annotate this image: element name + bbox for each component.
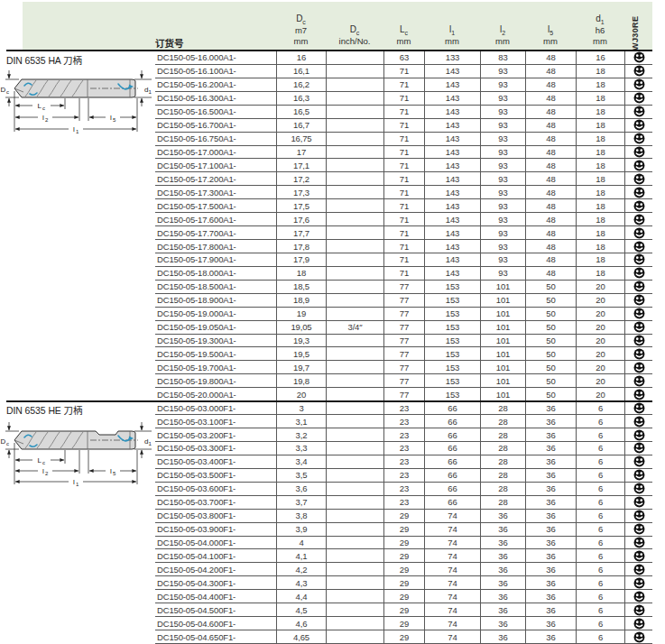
value-cell: 36 (480, 549, 525, 562)
value-cell: 23 (383, 483, 424, 495)
table-row: DC150-05-03.000F1-3236628366 (155, 401, 652, 415)
value-cell: 36 (525, 603, 576, 616)
value-cell: 48 (525, 172, 576, 185)
table-row: DC150-05-04.400F1-4,4297436366 (155, 590, 652, 603)
value-cell (326, 630, 383, 643)
dim-label-dc: D (1, 437, 6, 446)
value-cell: 83 (480, 51, 525, 64)
value-cell (326, 388, 383, 400)
value-cell: 3,2 (276, 428, 326, 441)
value-cell (326, 442, 383, 455)
dim-label-l2: l (42, 467, 44, 475)
value-cell: 4,5 (276, 603, 326, 616)
value-cell: 50 (525, 388, 576, 400)
value-cell: 36 (525, 523, 576, 536)
grade-icon-cell (624, 401, 652, 414)
value-cell: 3,5 (276, 469, 326, 482)
value-cell (326, 415, 383, 428)
value-cell (326, 603, 383, 616)
svg-text:2: 2 (45, 471, 49, 476)
value-cell: 36 (480, 510, 525, 522)
table-row: DC150-05-16.300A1-16,371143934818 (155, 92, 652, 106)
value-cell: 6 (576, 523, 624, 536)
value-cell: 74 (424, 510, 480, 522)
value-cell: 28 (480, 469, 525, 482)
value-cell: 6 (576, 563, 624, 575)
coolant-drill-cross-section-icon (633, 618, 645, 630)
svg-text:5: 5 (113, 471, 116, 476)
value-cell: 29 (383, 603, 424, 616)
value-cell: 74 (424, 563, 480, 575)
value-cell: 28 (480, 401, 525, 414)
value-cell: 48 (525, 51, 576, 64)
table-row: DC150-05-17.000A1-1771143934818 (155, 146, 652, 160)
value-cell (326, 549, 383, 562)
value-cell: 16 (276, 51, 326, 64)
value-cell: 143 (424, 119, 480, 132)
coolant-drill-cross-section-icon (633, 604, 645, 616)
value-cell: 3,3 (276, 442, 326, 455)
coolant-drill-cross-section-icon (633, 214, 645, 225)
value-cell: 6 (576, 442, 624, 455)
order-number-cell: DC150-05-17.600A1- (155, 213, 276, 225)
value-cell: 71 (383, 213, 424, 225)
table-row: DC150-05-20.000A1-20771531015020 (155, 388, 652, 401)
order-number-cell: DC150-05-03.000F1- (155, 401, 276, 414)
value-cell: 17,3 (276, 186, 326, 198)
value-cell: 18 (576, 159, 624, 171)
value-cell: 36 (525, 428, 576, 441)
value-cell: 153 (424, 308, 480, 320)
value-cell: 48 (525, 186, 576, 198)
table-row: DC150-05-16.750A1-16,7571143934818 (155, 133, 652, 146)
order-number-cell: DC150-05-04.600F1- (155, 617, 276, 630)
dim-label-l5: l (110, 467, 112, 475)
column-header-lc: Lc mm (383, 2, 424, 51)
value-cell: 50 (525, 335, 576, 347)
order-number-cell: DC150-05-16.700A1- (155, 119, 276, 132)
grade-icon-cell (624, 253, 652, 266)
value-cell: 3,1 (276, 415, 326, 428)
value-cell: 6 (576, 428, 624, 441)
value-cell: 101 (480, 388, 525, 400)
order-number-cell: DC150-05-17.700A1- (155, 226, 276, 239)
coolant-drill-cross-section-icon (633, 416, 645, 428)
value-cell: 18,5 (276, 281, 326, 293)
value-cell (326, 146, 383, 159)
column-header-l2: l2 mm (480, 2, 525, 51)
coolant-drill-cross-section-icon (633, 402, 645, 414)
order-number-cell: DC150-05-03.800F1- (155, 510, 276, 522)
value-cell: 23 (383, 455, 424, 468)
value-cell: 18 (576, 78, 624, 91)
value-cell: 36 (480, 630, 525, 643)
value-cell: 93 (480, 92, 525, 105)
value-cell (326, 199, 383, 212)
value-cell: 143 (424, 65, 480, 78)
value-cell: 93 (480, 267, 525, 280)
value-cell: 48 (525, 226, 576, 239)
value-cell (326, 335, 383, 347)
column-header-dc-mm: Dc m7 mm (276, 2, 326, 51)
value-cell (326, 347, 383, 360)
grade-icon-cell (624, 146, 652, 159)
order-number-cell: DC150-05-19.050A1- (155, 321, 276, 334)
value-cell: 17,6 (276, 213, 326, 225)
value-cell: 153 (424, 361, 480, 373)
value-cell: 48 (525, 213, 576, 225)
grade-icon-cell (624, 563, 652, 575)
value-cell: 48 (525, 78, 576, 91)
value-cell: 66 (424, 415, 480, 428)
table-row: DC150-05-19.300A1-19,3771531015020 (155, 335, 652, 348)
value-cell: 36 (525, 415, 576, 428)
coolant-drill-cross-section-icon (633, 335, 645, 346)
value-cell: 66 (424, 428, 480, 441)
value-cell: 6 (576, 576, 624, 589)
value-cell (326, 65, 383, 78)
value-cell: 143 (424, 253, 480, 266)
value-cell: 153 (424, 321, 480, 334)
value-cell: 36 (525, 617, 576, 630)
table-row: DC150-05-03.900F1-3,9297436366 (155, 523, 652, 537)
value-cell: 153 (424, 294, 480, 307)
value-cell: 20 (576, 294, 624, 307)
table-row: DC150-05-18.000A1-1871143934818 (155, 267, 652, 281)
coolant-drill-cross-section-icon (633, 241, 645, 253)
